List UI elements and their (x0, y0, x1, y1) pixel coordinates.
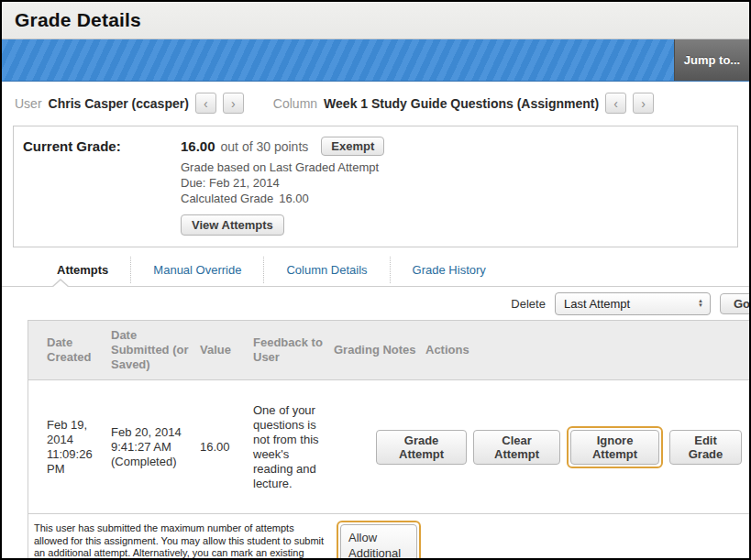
calculated-grade-value: 16.00 (279, 192, 309, 205)
title-bar: Grade Details (2, 2, 749, 39)
delete-attempt-select[interactable]: Last Attempt ▲▼ (555, 292, 711, 315)
delete-bar: Delete Last Attempt ▲▼ Go (2, 287, 749, 320)
select-stepper-icon: ▲▼ (698, 299, 703, 308)
grade-out-of: out of 30 points (221, 139, 309, 154)
selected-option: Last Attempt (564, 297, 630, 311)
header-actions: Actions (425, 321, 749, 380)
header-value: Value (200, 321, 253, 380)
due-date: Due: Feb 21, 2014 (181, 175, 384, 191)
current-grade-label: Current Grade: (23, 137, 181, 236)
cell-date-created: Feb 19, 2014 11:09:26 PM (28, 380, 111, 514)
column-name: Week 1 Study Guide Questions (Assignment… (324, 96, 599, 111)
current-grade-values: 16.00 out of 30 points Exempt Grade base… (181, 137, 384, 236)
attempts-section: Date Created Date Submitted (or Saved) V… (28, 320, 749, 560)
grade-basis: Grade based on Last Graded Attempt (181, 159, 384, 175)
allow-additional-highlight-ring: Allow Additional Attempt (337, 521, 421, 560)
header-feedback: Feedback to User (253, 321, 334, 380)
jump-to-button[interactable]: Jump to... (674, 39, 749, 81)
max-attempts-footer: This user has submitted the maximum numb… (28, 514, 749, 560)
allow-additional-attempt-button[interactable]: Allow Additional Attempt (340, 524, 417, 560)
next-column-button[interactable]: › (633, 93, 654, 114)
user-label: User (15, 96, 42, 111)
calculated-grade-line: Calculated Grade16.00 (181, 191, 384, 206)
context-nav: User Chris Casper (ccasper) ‹ › Column W… (2, 82, 749, 123)
tab-content-divider (2, 286, 749, 287)
attempts-table: Date Created Date Submitted (or Saved) V… (28, 320, 749, 514)
header-grading-notes: Grading Notes (334, 321, 425, 380)
ignore-attempt-button[interactable]: Ignore Attempt (570, 430, 659, 465)
view-attempts-button[interactable]: View Attempts (181, 214, 284, 236)
tab-manual-override[interactable]: Manual Override (130, 257, 263, 283)
previous-user-button[interactable]: ‹ (195, 93, 216, 114)
header-date-created: Date Created (28, 321, 111, 380)
table-header-row: Date Created Date Submitted (or Saved) V… (28, 321, 749, 380)
exempt-button[interactable]: Exempt (321, 137, 384, 156)
page-title: Grade Details (15, 9, 141, 31)
tab-column-details[interactable]: Column Details (263, 257, 389, 283)
grade-attempt-button[interactable]: Grade Attempt (376, 430, 467, 465)
calculated-grade-label: Calculated Grade (181, 192, 273, 205)
grade-score: 16.00 (181, 138, 215, 154)
ignore-attempt-highlight-ring: Ignore Attempt (567, 426, 663, 468)
max-attempts-notice: This user has submitted the maximum numb… (34, 521, 326, 560)
cell-value: 16.00 (200, 380, 253, 514)
grade-details-page: Grade Details Jump to... User Chris Casp… (0, 0, 751, 560)
cell-feedback: One of your questions is not from this w… (253, 380, 334, 514)
previous-column-button[interactable]: ‹ (605, 93, 626, 114)
edit-grade-button[interactable]: Edit Grade (669, 430, 742, 465)
attempt-row: Feb 19, 2014 11:09:26 PM Feb 20, 2014 9:… (28, 380, 749, 514)
action-bar: Jump to... (2, 39, 749, 82)
tab-bar: Attempts Manual Override Column Details … (2, 257, 749, 283)
next-user-button[interactable]: › (223, 93, 244, 114)
go-button[interactable]: Go (720, 293, 751, 314)
current-grade-panel: Current Grade: 16.00 out of 30 points Ex… (13, 126, 738, 247)
clear-attempt-button[interactable]: Clear Attempt (473, 430, 560, 465)
active-tab-notch (51, 279, 70, 287)
tab-attempts[interactable]: Attempts (35, 257, 130, 283)
delete-label: Delete (511, 297, 546, 311)
cell-date-submitted: Feb 20, 2014 9:41:27 AM (Completed) (111, 380, 200, 514)
user-name: Chris Casper (ccasper) (49, 96, 189, 111)
header-date-submitted: Date Submitted (or Saved) (111, 321, 200, 380)
tab-grade-history[interactable]: Grade History (390, 257, 508, 283)
column-label: Column (273, 96, 317, 111)
cell-actions: Grade Attempt Clear Attempt Ignore Attem… (425, 380, 749, 514)
